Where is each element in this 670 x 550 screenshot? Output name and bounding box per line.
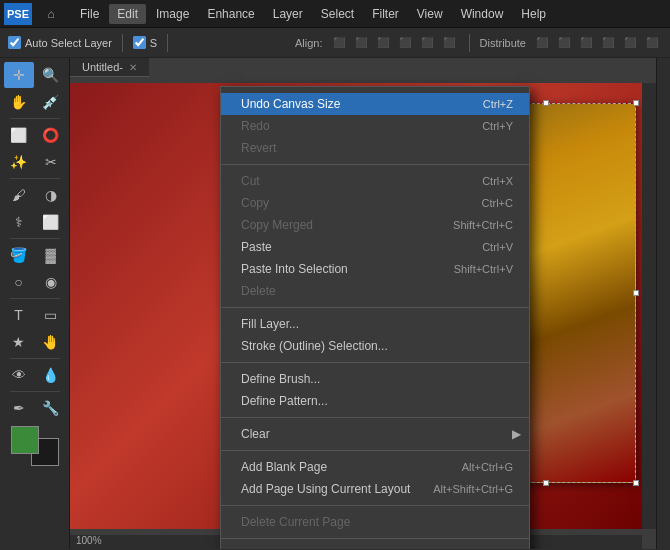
toolbar-sep-3	[469, 34, 470, 52]
menu-section-pages: Add Blank Page Alt+Ctrl+G Add Page Using…	[221, 454, 529, 502]
menu-section-undo: Undo Canvas Size Ctrl+Z Redo Ctrl+Y Reve…	[221, 91, 529, 161]
show-bounding-label: S	[150, 37, 157, 49]
distribute-icons: ⬛ ⬛ ⬛ ⬛ ⬛ ⬛	[532, 33, 662, 53]
distribute-right-icon[interactable]: ⬛	[576, 33, 596, 53]
star-tool[interactable]: ★	[4, 329, 34, 355]
canvas-scrollbar-vertical[interactable]	[642, 83, 656, 529]
menu-divider-5	[221, 450, 529, 451]
menu-enhance[interactable]: Enhance	[199, 4, 262, 24]
heal-tool[interactable]: ⚕	[4, 209, 34, 235]
menu-item-paste[interactable]: Paste Ctrl+V	[221, 236, 529, 258]
menu-item-delete[interactable]: Delete	[221, 280, 529, 302]
menu-item-copy[interactable]: Copy Ctrl+C	[221, 192, 529, 214]
menu-item-clear[interactable]: Clear ▶	[221, 423, 529, 445]
dodge-tool[interactable]: ○	[4, 269, 34, 295]
gradient-tool[interactable]: ▓	[36, 242, 66, 268]
home-icon[interactable]: ⌂	[38, 3, 64, 25]
menu-item-redo[interactable]: Redo Ctrl+Y	[221, 115, 529, 137]
zoom-label: 100%	[76, 535, 102, 546]
distribute-top-icon[interactable]: ⬛	[598, 33, 618, 53]
menu-item-revert[interactable]: Revert	[221, 137, 529, 159]
pen-tool[interactable]: ✒	[4, 395, 34, 421]
foreground-color-swatch[interactable]	[11, 426, 39, 454]
auto-select-layer-control: Auto Select Layer	[8, 36, 112, 49]
align-center-h-icon[interactable]: ⬛	[351, 33, 371, 53]
show-bounding-checkbox[interactable]	[133, 36, 146, 49]
blur-tool[interactable]: ◉	[36, 269, 66, 295]
menu-divider-4	[221, 417, 529, 418]
menu-item-color-settings[interactable]: Color Settings... Shift+Ctrl+K	[221, 544, 529, 549]
menu-item-define-pattern[interactable]: Define Pattern...	[221, 390, 529, 412]
hand2-tool[interactable]: 🤚	[36, 329, 66, 355]
align-left-icon[interactable]: ⬛	[329, 33, 349, 53]
menu-section-delete-page: Delete Current Page	[221, 509, 529, 535]
menu-item-stroke[interactable]: Stroke (Outline) Selection...	[221, 335, 529, 357]
shape-tool[interactable]: ▭	[36, 302, 66, 328]
menu-divider-3	[221, 362, 529, 363]
tool-row-12: ✒ 🔧	[4, 395, 66, 421]
menu-item-undo[interactable]: Undo Canvas Size Ctrl+Z	[221, 93, 529, 115]
align-center-v-icon[interactable]: ⬛	[417, 33, 437, 53]
menu-item-add-layout[interactable]: Add Page Using Current Layout Alt+Shift+…	[221, 478, 529, 500]
hand-tool[interactable]: ✋	[4, 89, 34, 115]
zoom-tool[interactable]: 🔍	[36, 62, 66, 88]
menu-item-fill-layer[interactable]: Fill Layer...	[221, 313, 529, 335]
color-swatch-area	[11, 426, 59, 466]
menu-help[interactable]: Help	[513, 4, 554, 24]
document-title: Untitled-	[82, 61, 123, 73]
menu-window[interactable]: Window	[453, 4, 512, 24]
menu-item-copy-merged[interactable]: Copy Merged Shift+Ctrl+C	[221, 214, 529, 236]
paint-bucket-tool[interactable]: 🪣	[4, 242, 34, 268]
distribute-center-h-icon[interactable]: ⬛	[554, 33, 574, 53]
menu-divider-7	[221, 538, 529, 539]
menu-item-define-brush[interactable]: Define Brush...	[221, 368, 529, 390]
tool-row-9: T ▭	[4, 302, 66, 328]
brush-tool[interactable]: 🖌	[4, 182, 34, 208]
tool-row-11: 👁 💧	[4, 362, 66, 388]
align-label: Align:	[295, 37, 323, 49]
menu-filter[interactable]: Filter	[364, 4, 407, 24]
tool-row-6: ⚕ ⬜	[4, 209, 66, 235]
sponge-tool[interactable]: 💧	[36, 362, 66, 388]
app-icon: PSE	[4, 3, 32, 25]
magic-wand-tool[interactable]: ✨	[4, 149, 34, 175]
menu-view[interactable]: View	[409, 4, 451, 24]
edit-dropdown-menu: Undo Canvas Size Ctrl+Z Redo Ctrl+Y Reve…	[220, 86, 530, 549]
clear-submenu-arrow: ▶	[512, 427, 521, 441]
menu-divider-6	[221, 505, 529, 506]
distribute-bottom-icon[interactable]: ⬛	[642, 33, 662, 53]
document-close-btn[interactable]: ✕	[129, 62, 137, 73]
menu-divider-1	[221, 164, 529, 165]
fill-tool[interactable]: 🔧	[36, 395, 66, 421]
marquee-tool[interactable]: ⬜	[4, 122, 34, 148]
align-top-icon[interactable]: ⬛	[395, 33, 415, 53]
menu-item-paste-into[interactable]: Paste Into Selection Shift+Ctrl+V	[221, 258, 529, 280]
view-tool[interactable]: 👁	[4, 362, 34, 388]
menu-section-settings: Color Settings... Shift+Ctrl+K Preset Ma…	[221, 542, 529, 549]
menu-item-add-blank[interactable]: Add Blank Page Alt+Ctrl+G	[221, 456, 529, 478]
align-right-icon[interactable]: ⬛	[373, 33, 393, 53]
menu-item-cut[interactable]: Cut Ctrl+X	[221, 170, 529, 192]
move-tool[interactable]: ✛	[4, 62, 34, 88]
eyedropper-tool[interactable]: 💉	[36, 89, 66, 115]
distribute-center-v-icon[interactable]: ⬛	[620, 33, 640, 53]
menu-image[interactable]: Image	[148, 4, 197, 24]
menu-layer[interactable]: Layer	[265, 4, 311, 24]
auto-select-checkbox[interactable]	[8, 36, 21, 49]
align-bottom-icon[interactable]: ⬛	[439, 33, 459, 53]
eraser-tool[interactable]: ⬜	[36, 209, 66, 235]
menu-file[interactable]: File	[72, 4, 107, 24]
menu-item-delete-page[interactable]: Delete Current Page	[221, 511, 529, 533]
menu-select[interactable]: Select	[313, 4, 362, 24]
distribute-label: Distribute	[480, 37, 526, 49]
left-toolbar: ✛ 🔍 ✋ 💉 ⬜ ⭕ ✨ ✂ 🖌 ◑ ⚕ ⬜ 🪣 ▓	[0, 58, 70, 549]
clone-tool[interactable]: ◑	[36, 182, 66, 208]
menu-edit[interactable]: Edit	[109, 4, 146, 24]
lasso-tool[interactable]: ⭕	[36, 122, 66, 148]
tool-row-2: ✋ 💉	[4, 89, 66, 115]
crop-tool[interactable]: ✂	[36, 149, 66, 175]
toolbar-strip: Auto Select Layer S Align: ⬛ ⬛ ⬛ ⬛ ⬛ ⬛ D…	[0, 28, 670, 58]
show-bounding-control: S	[133, 36, 157, 49]
distribute-left-icon[interactable]: ⬛	[532, 33, 552, 53]
text-tool[interactable]: T	[4, 302, 34, 328]
